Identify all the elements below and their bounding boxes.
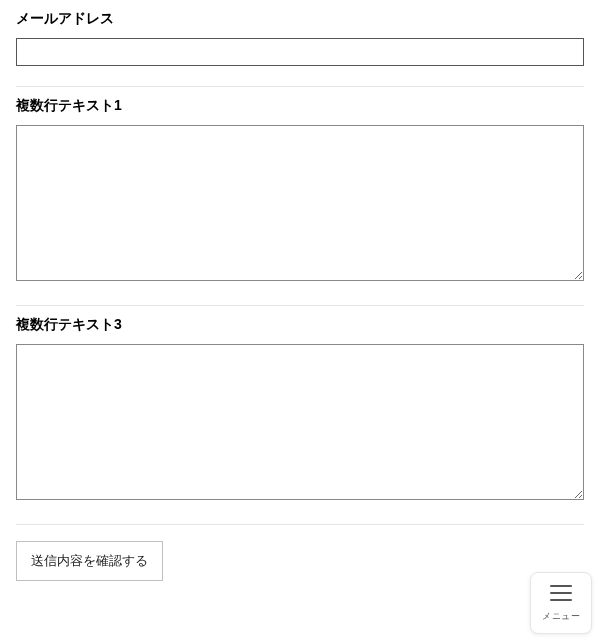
textarea1-label: 複数行テキスト1: [16, 97, 584, 115]
email-input[interactable]: [16, 38, 584, 66]
submit-button[interactable]: 送信内容を確認する: [16, 541, 163, 581]
email-label: メールアドレス: [16, 10, 584, 28]
hamburger-icon: [549, 584, 573, 606]
form-container: メールアドレス 複数行テキスト1 複数行テキスト3 送信内容を確認する: [0, 0, 600, 597]
textarea3-input[interactable]: [16, 344, 584, 500]
field-group-email: メールアドレス: [16, 0, 584, 87]
field-group-textarea3: 複数行テキスト3: [16, 306, 584, 525]
textarea3-label: 複数行テキスト3: [16, 316, 584, 334]
submit-area: 送信内容を確認する: [16, 525, 584, 597]
menu-label: メニュー: [542, 610, 580, 623]
field-group-textarea1: 複数行テキスト1: [16, 87, 584, 306]
textarea1-input[interactable]: [16, 125, 584, 281]
menu-button[interactable]: メニュー: [530, 572, 592, 634]
